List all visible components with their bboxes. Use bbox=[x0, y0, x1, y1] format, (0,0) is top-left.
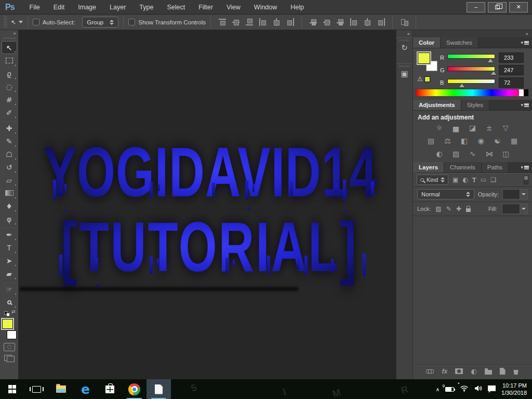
layer-filter-kind-dropdown[interactable]: Kind bbox=[417, 175, 448, 185]
wifi-icon[interactable]: * bbox=[460, 384, 469, 394]
lasso-tool[interactable]: ϱ bbox=[2, 67, 17, 80]
menu-layer[interactable]: Layer bbox=[103, 0, 132, 15]
red-value-field[interactable]: 233 bbox=[499, 52, 524, 63]
clock[interactable]: 10:17 PM 1/30/2018 bbox=[501, 382, 527, 396]
menu-type[interactable]: Type bbox=[132, 0, 160, 15]
fill-dropdown[interactable] bbox=[502, 204, 528, 214]
red-slider[interactable] bbox=[447, 54, 495, 59]
foreground-color-swatch[interactable] bbox=[418, 52, 430, 64]
red-slider-thumb[interactable] bbox=[488, 59, 493, 62]
screen-mode-button[interactable] bbox=[4, 354, 15, 363]
photoshop-document-button[interactable] bbox=[147, 379, 171, 399]
align-left-edges-button[interactable] bbox=[259, 18, 268, 26]
quick-selection-tool[interactable]: ◌ bbox=[2, 80, 17, 93]
distribute-vertical-centers-button[interactable] bbox=[323, 18, 331, 26]
lock-transparent-pixels-icon[interactable]: ▨ bbox=[435, 205, 441, 212]
gamut-color-swatch[interactable] bbox=[424, 76, 430, 82]
delete-layer-icon[interactable] bbox=[513, 369, 519, 375]
expand-panels-icon[interactable]: « bbox=[396, 30, 413, 37]
adjustment-layer-icon[interactable]: ◐ bbox=[471, 367, 476, 375]
color-panel-menu-icon[interactable]: ▾ bbox=[521, 37, 532, 48]
healing-brush-tool[interactable]: ✚ bbox=[2, 122, 17, 135]
collapse-panels-icon[interactable]: » bbox=[525, 31, 528, 36]
menu-filter[interactable]: Filter bbox=[192, 0, 220, 15]
layer-style-icon[interactable]: fx bbox=[442, 368, 447, 375]
task-view-button[interactable] bbox=[24, 379, 49, 399]
toolbar-collapse-icon[interactable]: » bbox=[13, 30, 18, 36]
restore-button[interactable] bbox=[488, 2, 507, 12]
brightness-contrast-icon[interactable]: ☼ bbox=[434, 123, 445, 132]
background-color-swatch[interactable] bbox=[7, 330, 17, 339]
align-horizontal-centers-button[interactable] bbox=[272, 18, 281, 26]
gradient-tool[interactable] bbox=[2, 187, 17, 200]
move-tool[interactable]: ↖ bbox=[2, 41, 17, 54]
action-center-icon[interactable] bbox=[488, 385, 496, 393]
minimize-button[interactable]: – bbox=[467, 2, 485, 12]
menu-file[interactable]: File bbox=[23, 0, 47, 15]
layers-panel-menu-icon[interactable]: ▾ bbox=[521, 162, 532, 172]
curves-icon[interactable]: ◪ bbox=[467, 123, 478, 132]
black-and-white-icon[interactable]: ◧ bbox=[459, 136, 470, 145]
toolbar-grip[interactable] bbox=[4, 37, 15, 39]
history-panel-button[interactable]: ↻ bbox=[396, 37, 413, 63]
tray-chevron-icon[interactable]: ∧ bbox=[436, 387, 440, 392]
adjustment-layer-filter-icon[interactable]: ◐ bbox=[462, 176, 468, 183]
menu-help[interactable]: Help bbox=[284, 0, 311, 15]
eraser-tool[interactable]: ▱ bbox=[2, 174, 17, 187]
tab-color[interactable]: Color bbox=[413, 37, 441, 48]
black-swatch[interactable] bbox=[524, 89, 528, 96]
channel-mixer-icon[interactable]: ☯ bbox=[492, 136, 503, 145]
eyedropper-tool[interactable]: ✐ bbox=[2, 106, 17, 119]
options-bar-grip[interactable] bbox=[4, 16, 7, 29]
smart-object-filter-icon[interactable]: ❏ bbox=[490, 176, 496, 183]
new-group-icon[interactable] bbox=[485, 370, 492, 375]
green-slider[interactable] bbox=[447, 66, 495, 71]
chrome-button[interactable] bbox=[122, 379, 147, 399]
quick-mask-mode-button[interactable] bbox=[4, 343, 15, 351]
menu-image[interactable]: Image bbox=[71, 0, 103, 15]
layers-list[interactable] bbox=[413, 216, 532, 365]
selective-color-icon[interactable]: ◫ bbox=[500, 149, 512, 158]
store-button[interactable] bbox=[98, 379, 122, 399]
type-tool[interactable]: T bbox=[2, 241, 17, 254]
lock-all-icon[interactable] bbox=[466, 208, 471, 212]
speaker-icon[interactable] bbox=[474, 384, 482, 394]
foreground-color-swatch[interactable] bbox=[2, 319, 13, 329]
gradient-map-icon[interactable]: ⋈ bbox=[484, 149, 495, 158]
white-swatch[interactable] bbox=[519, 89, 524, 96]
history-brush-tool[interactable]: ↺ bbox=[2, 161, 17, 174]
green-slider-thumb[interactable] bbox=[491, 71, 496, 75]
default-and-swap-colors[interactable]: ⇄ bbox=[3, 310, 16, 317]
blue-slider[interactable] bbox=[447, 79, 495, 84]
invert-icon[interactable]: ◐ bbox=[434, 149, 445, 158]
lock-image-pixels-icon[interactable]: ✎ bbox=[446, 205, 451, 212]
layer-mask-icon[interactable] bbox=[455, 368, 463, 374]
rectangular-marquee-tool[interactable] bbox=[2, 54, 17, 67]
edge-button[interactable]: e bbox=[73, 379, 98, 399]
shape-layer-filter-icon[interactable]: ▭ bbox=[481, 176, 486, 183]
close-button[interactable]: ✕ bbox=[509, 2, 528, 12]
current-tool-preset[interactable]: ↖ bbox=[11, 19, 23, 26]
file-explorer-button[interactable] bbox=[49, 379, 73, 399]
new-layer-icon[interactable] bbox=[500, 368, 506, 375]
color-spectrum-ramp[interactable] bbox=[417, 89, 528, 96]
show-transform-controls-checkbox[interactable] bbox=[128, 19, 135, 25]
pixel-layer-filter-icon[interactable]: ▣ bbox=[453, 176, 458, 183]
properties-panel-button[interactable]: ▣ bbox=[396, 63, 413, 89]
crop-tool[interactable]: # bbox=[2, 93, 17, 106]
green-value-field[interactable]: 247 bbox=[499, 65, 524, 75]
tab-adjustments[interactable]: Adjustments bbox=[413, 100, 461, 110]
align-top-edges-button[interactable] bbox=[218, 18, 227, 26]
align-vertical-centers-button[interactable] bbox=[232, 18, 241, 26]
opacity-dropdown[interactable] bbox=[502, 189, 528, 200]
menu-view[interactable]: View bbox=[220, 0, 247, 15]
align-bottom-edges-button[interactable] bbox=[245, 18, 254, 26]
link-layers-icon[interactable] bbox=[426, 369, 434, 373]
blue-value-field[interactable]: 72 bbox=[499, 77, 524, 88]
menu-select[interactable]: Select bbox=[160, 0, 192, 15]
brush-tool[interactable]: ✎ bbox=[2, 135, 17, 148]
pen-tool[interactable]: ✒ bbox=[2, 228, 17, 241]
distribute-left-edges-button[interactable] bbox=[350, 18, 358, 26]
gamut-warning-icon[interactable]: ⚠ bbox=[417, 75, 423, 83]
threshold-icon[interactable]: ∿ bbox=[467, 149, 478, 158]
